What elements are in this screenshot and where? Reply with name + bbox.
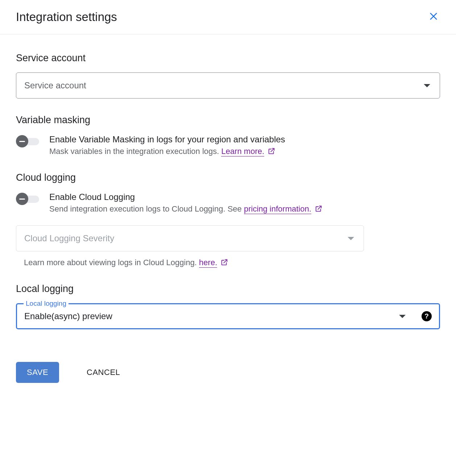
local-logging-heading: Local logging (16, 283, 440, 295)
section-variable-masking: Variable masking Enable Variable Masking… (16, 114, 440, 156)
variable-masking-toggle-row: Enable Variable Masking in logs for your… (16, 134, 440, 156)
section-service-account: Service account Service account (16, 53, 440, 99)
cloud-logging-severity-placeholder: Cloud Logging Severity (24, 233, 114, 243)
variable-masking-learn-more-link[interactable]: Learn more. (221, 147, 264, 156)
variable-masking-desc: Mask variables in the integration execut… (49, 147, 285, 156)
pricing-info-link[interactable]: pricing information. (244, 204, 311, 214)
variable-masking-heading: Variable masking (16, 114, 440, 126)
local-logging-value: Enable(async) preview (24, 311, 399, 321)
cloud-logging-severity-dropdown[interactable]: Cloud Logging Severity (16, 225, 364, 251)
help-icon[interactable]: ? (422, 311, 432, 321)
external-link-icon (268, 147, 275, 155)
local-logging-float-label: Local logging (24, 300, 69, 308)
page-title: Integration settings (16, 10, 117, 24)
close-icon (428, 11, 439, 23)
cloud-logging-help-text: Learn more about viewing logs in Cloud L… (24, 258, 199, 267)
variable-masking-label: Enable Variable Masking in logs for your… (49, 134, 285, 145)
service-account-dropdown[interactable]: Service account (16, 72, 440, 99)
toggle-thumb (16, 135, 28, 147)
chevron-down-icon (348, 237, 354, 240)
service-account-heading: Service account (16, 53, 440, 64)
dialog-header: Integration settings (0, 0, 456, 34)
dialog-footer: SAVE CANCEL (16, 362, 440, 383)
variable-masking-toggle[interactable] (16, 135, 42, 147)
cloud-logging-heading: Cloud logging (16, 172, 440, 183)
external-link-icon (220, 258, 228, 266)
chevron-down-icon (424, 84, 430, 87)
local-logging-dropdown[interactable]: Local logging Enable(async) preview ? (16, 303, 440, 329)
cloud-logging-toggle[interactable] (16, 193, 42, 205)
cloud-logging-help: Learn more about viewing logs in Cloud L… (16, 258, 440, 267)
save-button[interactable]: SAVE (16, 362, 59, 383)
section-cloud-logging: Cloud logging Enable Cloud Logging Send … (16, 172, 440, 267)
section-local-logging: Local logging Local logging Enable(async… (16, 283, 440, 329)
service-account-placeholder: Service account (24, 80, 86, 91)
cloud-logging-text: Enable Cloud Logging Send integration ex… (49, 192, 323, 214)
variable-masking-desc-text: Mask variables in the integration execut… (49, 147, 221, 156)
minus-icon (19, 199, 25, 200)
variable-masking-text: Enable Variable Masking in logs for your… (49, 134, 285, 156)
external-link-icon (315, 205, 323, 213)
close-button[interactable] (427, 11, 440, 24)
toggle-thumb (16, 193, 28, 205)
cloud-logging-toggle-row: Enable Cloud Logging Send integration ex… (16, 192, 440, 214)
here-link[interactable]: here. (199, 258, 217, 268)
cloud-logging-label: Enable Cloud Logging (49, 192, 323, 202)
cancel-button[interactable]: CANCEL (76, 362, 131, 383)
dialog-content: Service account Service account Variable… (0, 34, 456, 397)
cloud-logging-desc: Send integration execution logs to Cloud… (49, 204, 323, 214)
cloud-logging-desc-text: Send integration execution logs to Cloud… (49, 204, 244, 213)
chevron-down-icon (399, 315, 406, 318)
minus-icon (19, 141, 25, 142)
